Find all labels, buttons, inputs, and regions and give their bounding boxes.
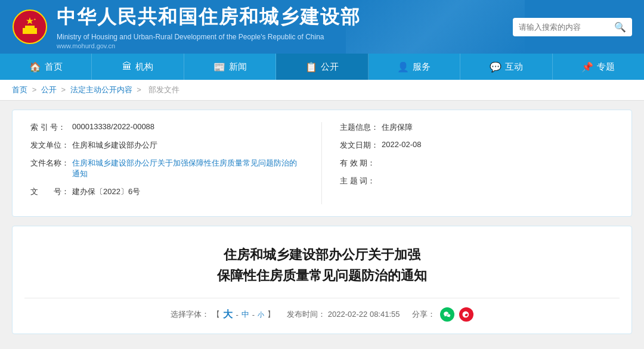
nav-item-public[interactable]: 📋 公开 (276, 54, 368, 80)
header-branding: 中华人民共和国住房和城乡建设部 Ministry of Housing and … (12, 4, 361, 49)
info-grid: 索 引 号： 000013338/2022-00088 发文单位： 住房和城乡建… (30, 122, 614, 204)
docnum-value: 建办保〔2022〕6号 (72, 186, 304, 197)
breadcrumb-sep3: > (137, 85, 143, 94)
topic-icon: 📌 (581, 61, 593, 73)
nav-label-news: 新闻 (229, 61, 247, 73)
font-medium-button[interactable]: 中 (242, 309, 249, 320)
date-label: 发文日期： (340, 140, 382, 151)
org-icon: 🏛 (122, 61, 132, 72)
nav-label-interact: 互动 (505, 61, 523, 73)
site-title-group: 中华人民共和国住房和城乡建设部 Ministry of Housing and … (57, 4, 361, 49)
ref-num-value: 000013338/2022-00088 (72, 122, 304, 131)
share-label: 分享： (412, 309, 435, 320)
breadcrumb-sep1: > (32, 85, 39, 94)
ref-num-label: 索 引 号： (30, 122, 72, 133)
nav-label-org: 机构 (135, 61, 153, 73)
nav-item-org[interactable]: 🏛 机构 (92, 54, 184, 80)
breadcrumb-sep2: > (61, 85, 67, 94)
issuer-label: 发文单位： (30, 140, 72, 151)
issuer-value: 住房和城乡建设部办公厅 (72, 140, 304, 151)
ref-num-row: 索 引 号： 000013338/2022-00088 (30, 122, 304, 133)
nav-item-home[interactable]: 🏠 首页 (0, 54, 92, 80)
document-info-card: 索 引 号： 000013338/2022-00088 发文单位： 住房和城乡建… (12, 110, 632, 217)
publish-time-label: 发布时间： (287, 310, 326, 319)
breadcrumb-current: 部发文件 (148, 85, 179, 94)
wechat-share-button[interactable] (440, 307, 454, 322)
nav-item-news[interactable]: 📰 新闻 (184, 54, 276, 80)
font-size-label: 选择字体： (171, 309, 209, 320)
publish-time-value: 2022-02-22 08:41:55 (328, 310, 400, 319)
nav-item-interact[interactable]: 💬 互动 (460, 54, 552, 80)
docnum-row: 文 号： 建办保〔2022〕6号 (30, 186, 304, 197)
nav-item-topic[interactable]: 📌 专题 (553, 54, 644, 80)
font-separator2: - (252, 310, 255, 319)
home-icon: 🏠 (29, 61, 41, 73)
issuer-row: 发文单位： 住房和城乡建设部办公厅 (30, 140, 304, 151)
keyword-row: 主 题 词： (340, 176, 614, 186)
date-value: 2022-02-08 (382, 140, 614, 149)
nav-label-service: 服务 (413, 61, 431, 73)
share-group: 分享： (412, 307, 473, 322)
main-content: 索 引 号： 000013338/2022-00088 发文单位： 住房和城乡建… (0, 101, 644, 349)
document-content-card: 住房和城乡建设部办公厅关于加强 保障性住房质量常见问题防治的通知 选择字体： 【… (12, 226, 632, 334)
filename-row: 文件名称： 住房和城乡建设部办公厅关于加强保障性住房质量常见问题防治的通知 (30, 158, 304, 179)
site-title: 中华人民共和国住房和城乡建设部 (57, 4, 361, 30)
doc-meta: 选择字体： 【 大 - 中 - 小 】 发布时间： 2022-02-22 08:… (24, 298, 620, 322)
doc-title-line2: 保障性住房质量常见问题防治的通知 (24, 265, 620, 286)
font-size-selector: 选择字体： 【 大 - 中 - 小 】 (171, 309, 275, 321)
font-small-button[interactable]: 小 (258, 310, 264, 319)
breadcrumb-legal[interactable]: 法定主动公开内容 (70, 85, 132, 94)
interact-icon: 💬 (490, 61, 501, 73)
keyword-label: 主 题 词： (340, 176, 382, 186)
site-subtitle: Ministry of Housing and Urban-Rural Deve… (57, 33, 361, 41)
breadcrumb-home[interactable]: 首页 (12, 85, 27, 94)
nav-label-topic: 专题 (597, 61, 615, 73)
date-row: 发文日期： 2022-02-08 (340, 140, 614, 151)
info-right-column: 主题信息： 住房保障 发文日期： 2022-02-08 有 效 期： 主 题 词… (322, 122, 614, 204)
svg-rect-3 (25, 26, 35, 29)
search-icon[interactable]: 🔍 (614, 21, 626, 33)
font-large-button[interactable]: 大 (223, 309, 233, 321)
doc-title-line1: 住房和城乡建设部办公厅关于加强 (24, 244, 620, 265)
weibo-share-button[interactable] (459, 307, 473, 322)
theme-label: 主题信息： (340, 122, 382, 133)
site-website: www.mohurd.gov.cn (57, 42, 361, 49)
breadcrumb-public[interactable]: 公开 (41, 85, 57, 94)
font-size-bracket-close: 】 (267, 309, 275, 320)
public-icon: 📋 (305, 61, 317, 73)
search-box[interactable]: 🔍 (513, 18, 632, 36)
font-separator1: - (236, 310, 238, 319)
site-header: 中华人民共和国住房和城乡建设部 Ministry of Housing and … (0, 0, 644, 54)
valid-row: 有 效 期： (340, 158, 614, 169)
font-size-bracket-open: 【 (212, 309, 220, 320)
service-icon: 👤 (397, 61, 409, 73)
search-input[interactable] (519, 23, 614, 32)
docnum-label: 文 号： (30, 186, 72, 197)
main-nav: 🏠 首页 🏛 机构 📰 新闻 📋 公开 👤 服务 💬 互动 📌 专题 (0, 54, 644, 80)
theme-value: 住房保障 (382, 122, 614, 133)
header-background-image (346, 0, 525, 54)
valid-label: 有 效 期： (340, 158, 382, 169)
doc-title: 住房和城乡建设部办公厅关于加强 保障性住房质量常见问题防治的通知 (24, 244, 620, 286)
theme-row: 主题信息： 住房保障 (340, 122, 614, 133)
nav-item-service[interactable]: 👤 服务 (369, 54, 460, 80)
national-emblem (12, 9, 48, 45)
info-left-column: 索 引 号： 000013338/2022-00088 发文单位： 住房和城乡建… (30, 122, 322, 204)
nav-label-home: 首页 (45, 61, 63, 73)
news-icon: 📰 (213, 61, 225, 73)
filename-label: 文件名称： (30, 158, 72, 169)
nav-label-public: 公开 (321, 61, 339, 73)
filename-value[interactable]: 住房和城乡建设部办公厅关于加强保障性住房质量常见问题防治的通知 (72, 158, 304, 179)
breadcrumb: 首页 > 公开 > 法定主动公开内容 > 部发文件 (0, 80, 644, 101)
publish-time-group: 发布时间： 2022-02-22 08:41:55 (287, 309, 400, 320)
